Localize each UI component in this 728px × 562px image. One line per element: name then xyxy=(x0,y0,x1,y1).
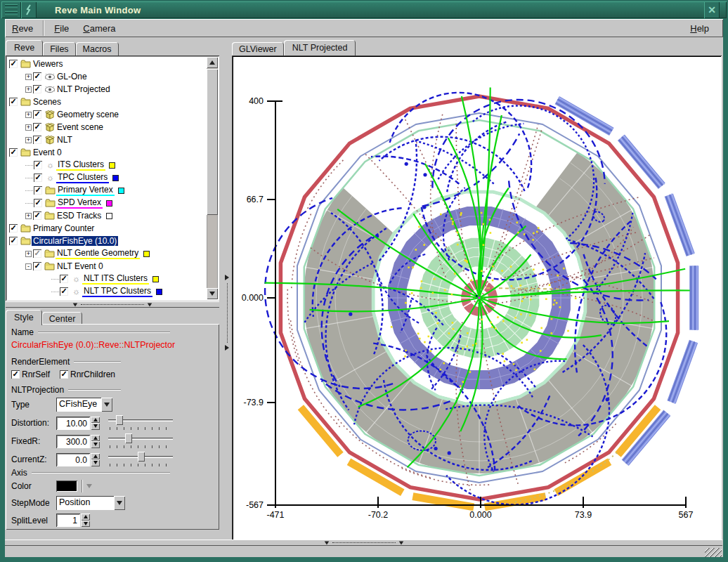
tree-item-label[interactable]: Scenes xyxy=(32,97,63,107)
visibility-checkbox[interactable]: ✓ xyxy=(34,161,42,169)
axis-color-swatch[interactable] xyxy=(56,481,77,492)
field-slider[interactable] xyxy=(108,452,173,467)
visibility-checkbox[interactable]: ✓ xyxy=(9,60,18,68)
scroll-down-icon[interactable] xyxy=(207,288,218,299)
menu-file[interactable]: File xyxy=(47,20,76,37)
field-slider[interactable] xyxy=(108,433,173,449)
expand-icon[interactable]: + xyxy=(25,74,32,80)
tree-item-nlt-gentle-geometry[interactable]: +✓NLT Gentle Geometry xyxy=(25,247,150,260)
tree-scrollbar[interactable] xyxy=(207,57,218,299)
close-icon[interactable]: ✕ xyxy=(704,1,720,18)
visibility-checkbox[interactable]: ✓ xyxy=(9,98,18,106)
visibility-checkbox[interactable]: ✓ xyxy=(33,123,41,131)
tree-item-label[interactable]: NLT xyxy=(56,135,74,145)
nlt-projected-viewport[interactable]: 40066.70.000-73.9-567-471-70.20.00073.95… xyxy=(232,55,722,541)
window-menu-icon[interactable] xyxy=(1,1,21,18)
stepmode-combobox[interactable]: Position xyxy=(56,496,125,510)
scroll-up-icon[interactable] xyxy=(207,57,218,68)
splitlevel-entry[interactable]: 1 xyxy=(56,514,80,527)
tree-item-label[interactable]: SPD Vertex xyxy=(56,197,103,209)
color-chip[interactable] xyxy=(143,251,150,257)
tree-item-nlt-its-clusters[interactable]: ✓☼NLT ITS Clusters xyxy=(51,273,159,285)
tab-nlt-projected[interactable]: NLT Projected xyxy=(284,40,356,55)
visibility-checkbox[interactable]: ✓ xyxy=(34,199,42,207)
color-chip[interactable] xyxy=(106,213,112,219)
field-entry[interactable]: 0.0 xyxy=(56,453,90,466)
expand-icon[interactable]: + xyxy=(25,86,32,93)
field-slider[interactable] xyxy=(108,415,173,431)
visibility-checkbox[interactable]: ✓ xyxy=(33,72,41,81)
resize-grip[interactable] xyxy=(705,548,722,557)
tree-item-event-0[interactable]: ✓Event 0 xyxy=(9,146,63,159)
chevron-down-icon[interactable] xyxy=(114,496,125,510)
visibility-checkbox[interactable]: ✓ xyxy=(9,237,18,245)
menu-reve[interactable]: Reve xyxy=(5,20,40,37)
visibility-checkbox[interactable]: ✓ xyxy=(33,136,41,144)
collapse-icon[interactable]: - xyxy=(25,263,32,270)
tree-item-label[interactable]: ITS Clusters xyxy=(56,159,105,171)
visibility-checkbox[interactable]: ✓ xyxy=(9,224,18,233)
field-entry[interactable]: 10.00 xyxy=(56,417,90,430)
visibility-checkbox[interactable]: ✓ xyxy=(60,287,68,296)
tree-item-label[interactable]: Primary Vertex xyxy=(56,185,115,196)
tree-item-primary-counter[interactable]: ✓Primary Counter xyxy=(9,222,96,235)
tree-item-tpc-clusters[interactable]: ✓☼TPC Clusters xyxy=(25,171,119,184)
field-spinner[interactable] xyxy=(91,417,100,430)
tree-item-viewers[interactable]: ✓Viewers xyxy=(9,58,64,70)
tree-item-label[interactable]: TPC Clusters xyxy=(56,172,109,183)
tree-item-nlt-tpc-clusters[interactable]: ✓☼NLT TPC Clusters xyxy=(51,285,162,297)
visibility-checkbox[interactable]: ✓ xyxy=(9,148,18,157)
tree-item-label[interactable]: NLT ITS Clusters xyxy=(82,273,149,285)
tree-item-label[interactable]: GL-One xyxy=(56,72,89,81)
tab-macros[interactable]: Macros xyxy=(76,42,119,55)
color-dropdown-icon[interactable] xyxy=(86,484,92,488)
bottom-splitter[interactable] xyxy=(5,540,722,546)
tab-files[interactable]: Files xyxy=(43,42,75,55)
app-bolt-icon[interactable] xyxy=(21,1,37,18)
splitlevel-spinner[interactable] xyxy=(81,514,90,527)
color-chip[interactable] xyxy=(118,188,124,194)
visibility-checkbox[interactable]: ✓ xyxy=(33,262,41,270)
tab-reve[interactable]: Reve xyxy=(6,40,43,55)
expand-icon[interactable]: + xyxy=(25,137,32,143)
tree-item-primary-vertex[interactable]: ✓Primary Vertex xyxy=(25,184,124,197)
expand-icon[interactable]: + xyxy=(25,251,32,257)
tree-item-label[interactable]: ESD Tracks xyxy=(56,211,103,221)
chevron-down-icon[interactable] xyxy=(101,398,112,412)
visibility-checkbox[interactable]: ✓ xyxy=(33,211,41,220)
tree-item-label[interactable]: Event 0 xyxy=(32,148,63,157)
field-spinner[interactable] xyxy=(91,453,100,466)
expand-icon[interactable]: + xyxy=(25,213,32,219)
tree-item-label[interactable]: CircularFishEye (10.0) xyxy=(32,236,118,246)
tree-item-label[interactable]: Primary Counter xyxy=(32,223,96,233)
tree-item-nlt-projected[interactable]: +✓NLT Projected xyxy=(25,83,112,96)
tree-item-label[interactable]: Event scene xyxy=(56,122,105,132)
tab-glviewer[interactable]: GLViewer xyxy=(232,42,284,55)
tree-item-its-clusters[interactable]: ✓☼ITS Clusters xyxy=(25,159,115,171)
visibility-checkbox[interactable]: ✓ xyxy=(33,85,41,93)
tab-style[interactable]: Style xyxy=(6,310,42,325)
color-chip[interactable] xyxy=(109,162,115,169)
tree-item-label[interactable]: NLT TPC Clusters xyxy=(82,286,152,297)
tree-item-nlt-event-0[interactable]: -✓NLT Event 0 xyxy=(25,260,105,273)
tree-editor-splitter[interactable] xyxy=(6,301,219,308)
checkbox-rnrself[interactable]: ✓RnrSelf xyxy=(11,370,50,379)
visibility-checkbox[interactable]: ✓ xyxy=(34,186,42,195)
scrollbar-thumb[interactable] xyxy=(207,69,218,215)
menu-help[interactable]: Help xyxy=(683,20,716,37)
color-chip[interactable] xyxy=(156,289,162,295)
expand-icon[interactable]: + xyxy=(25,112,32,118)
menu-camera[interactable]: Camera xyxy=(76,20,122,37)
tree-item-label[interactable]: Viewers xyxy=(32,59,64,69)
tree-item-event-scene[interactable]: +✓Event scene xyxy=(25,121,105,133)
tree-item-label[interactable]: NLT Gentle Geometry xyxy=(56,248,140,259)
tree-item-label[interactable]: Geometry scene xyxy=(56,110,120,119)
color-chip[interactable] xyxy=(106,200,112,207)
tree-item-circularfisheye-10-0-[interactable]: ✓CircularFishEye (10.0) xyxy=(9,235,118,247)
tree-item-geometry-scene[interactable]: +✓Geometry scene xyxy=(25,108,120,121)
color-chip[interactable] xyxy=(112,175,119,181)
visibility-checkbox[interactable]: ✓ xyxy=(33,249,41,258)
checkbox-rnrchildren[interactable]: ✓RnrChildren xyxy=(60,370,115,379)
color-chip[interactable] xyxy=(152,276,159,282)
visibility-checkbox[interactable]: ✓ xyxy=(60,275,68,283)
